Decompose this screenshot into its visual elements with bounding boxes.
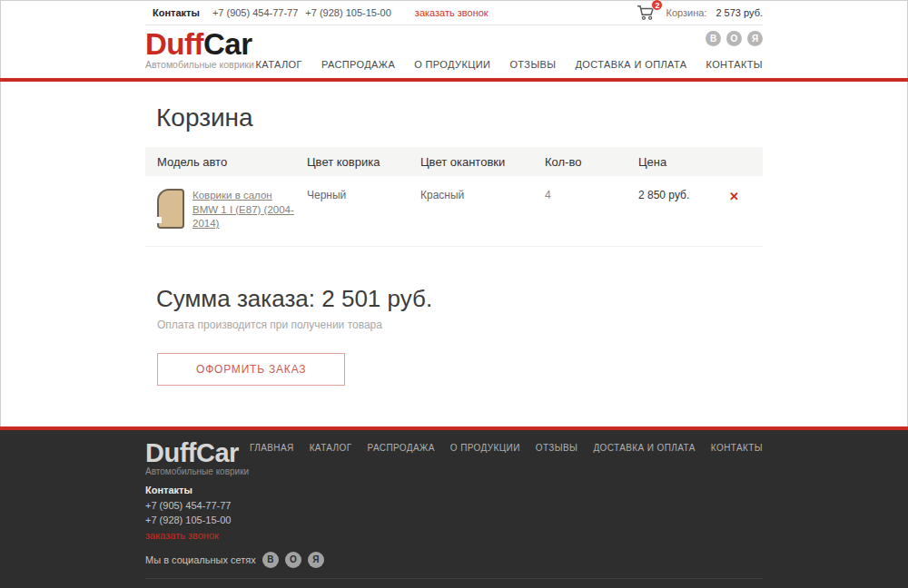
footer-phone-2: +7 (928) 105-15-00 [145,514,763,528]
footer-logo-tagline: Автомобильные коврики [145,466,249,476]
main-nav: КАТАЛОГ РАСПРОДАЖА О ПРОДУКЦИИ ОТЗЫВЫ ДО… [256,59,763,70]
footer-nav-catalog[interactable]: КАТАЛОГ [310,443,352,453]
col-header-mat-color: Цвет коврика [295,155,409,169]
topbar: Контакты +7 (905) 454-77-77 +7 (928) 105… [145,0,763,25]
site-logo[interactable]: DuffCar Автомобильные коврики [145,25,254,70]
footer-nav-about-products[interactable]: О ПРОДУКЦИИ [450,443,520,453]
footer-social-row: Мы в социальных сетях в о я [145,552,763,568]
col-header-price: Цена [627,155,717,169]
footer-top-row: DuffCar Автомобильные коврики ГЛАВНАЯ КА… [145,439,763,476]
order-total-label: Сумма заказа: [156,285,315,312]
header-right: в о я КАТАЛОГ РАСПРОДАЖА О ПРОДУКЦИИ ОТЗ… [256,25,763,70]
page-title: Корзина [145,103,763,132]
cart-count-badge: 2 [651,0,663,11]
footer-vk-icon[interactable]: в [262,552,279,568]
footer-logo[interactable]: DuffCar Автомобильные коврики [145,439,249,476]
logo-part-red: Duff [145,27,203,61]
main-content: Корзина Модель авто Цвет коврика Цвет ок… [0,82,908,426]
footer-ya-icon[interactable]: я [308,552,324,568]
nav-item-reviews[interactable]: ОТЗЫВЫ [509,59,556,70]
phone-number-1: +7 (905) 454-77-77 [212,7,298,18]
nav-item-sale[interactable]: РАСПРОДАЖА [321,59,395,70]
cell-qty: 4 [533,189,627,201]
col-header-qty: Кол-во [533,155,627,169]
product-thumbnail[interactable] [157,189,184,229]
footer-logo-text: DuffCar [145,439,249,466]
product-link[interactable]: Коврики в салон BMW 1 I (E87) (2004-2014… [192,189,295,231]
header: DuffCar Автомобильные коврики в о я КАТА… [145,25,763,78]
footer: DuffCar Автомобильные коврики ГЛАВНАЯ КА… [0,426,908,588]
nav-item-delivery[interactable]: ДОСТАВКА И ОПЛАТА [575,59,686,70]
payment-note: Оплата производится при получении товара [145,318,763,331]
cell-trim-color: Красный [409,189,533,201]
vk-icon[interactable]: в [706,31,721,46]
footer-ok-icon[interactable]: о [285,552,301,568]
col-header-model: Модель авто [145,155,295,169]
footer-nav-home[interactable]: ГЛАВНАЯ [250,443,294,453]
cart-table-header: Модель авто Цвет коврика Цвет окантовки … [145,147,763,176]
cart-label: Корзина: [666,7,706,18]
col-header-trim-color: Цвет окантовки [409,155,533,169]
ok-icon[interactable]: о [726,31,742,46]
cart-summary: 2 Корзина: 2 573 руб. [637,5,763,21]
cart-table-row: Коврики в салон BMW 1 I (E87) (2004-2014… [145,176,763,247]
contacts-label: Контакты [153,7,200,18]
order-total-value: 2 501 руб. [321,285,432,312]
product-cell: Коврики в салон BMW 1 I (E87) (2004-2014… [145,189,295,231]
logo-part-dark: Car [203,27,252,61]
phone-number-2: +7 (928) 105-15-00 [305,7,390,18]
cart-total-value: 2 573 руб. [716,7,763,18]
footer-nav-delivery[interactable]: ДОСТАВКА И ОПЛАТА [593,443,695,453]
cell-price: 2 850 руб. [627,189,717,201]
footer-nav-contacts[interactable]: КОНТАКТЫ [711,443,763,453]
footer-contacts: Контакты +7 (905) 454-77-77 +7 (928) 105… [145,485,763,541]
delete-item-icon[interactable]: ✕ [729,189,739,202]
order-total-line: Сумма заказа: 2 501 руб. [145,285,763,313]
ya-icon[interactable]: я [747,31,763,46]
nav-item-about-products[interactable]: О ПРОДУКЦИИ [414,59,490,70]
footer-nav: ГЛАВНАЯ КАТАЛОГ РАСПРОДАЖА О ПРОДУКЦИИ О… [250,439,763,453]
callback-link[interactable]: заказать звонок [415,7,489,18]
checkout-button[interactable]: ОФОРМИТЬ ЗАКАЗ [157,353,345,386]
footer-callback-link[interactable]: заказать звонок [145,530,219,541]
social-icons: в о я [706,31,763,46]
logo-text: DuffCar [145,29,254,60]
nav-item-catalog[interactable]: КАТАЛОГ [256,59,302,70]
footer-social-label: Мы в социальных сетях [145,554,256,565]
logo-tagline: Автомобильные коврики [145,59,254,70]
page: Контакты +7 (905) 454-77-77 +7 (928) 105… [0,0,908,588]
footer-phone-1: +7 (905) 454-77-77 [145,499,763,514]
footer-nav-sale[interactable]: РАСПРОДАЖА [368,443,435,453]
footer-nav-reviews[interactable]: ОТЗЫВЫ [536,443,578,453]
nav-item-contacts[interactable]: КОНТАКТЫ [706,59,763,70]
footer-credit: Разработка сайта – web-2a.ru [145,578,763,588]
cart-icon[interactable]: 2 [637,5,656,21]
footer-contacts-label: Контакты [145,485,763,495]
cell-mat-color: Черный [295,189,409,201]
